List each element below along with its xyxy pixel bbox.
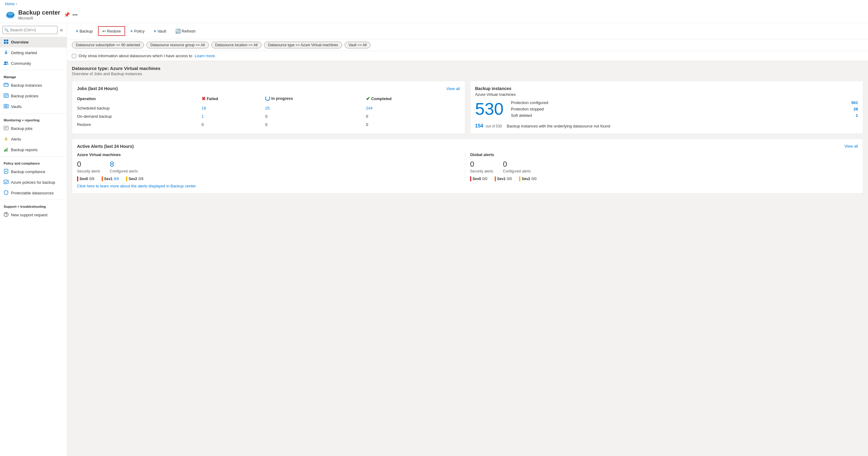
sidebar-item-vaults[interactable]: Vaults bbox=[0, 101, 67, 112]
sidebar-item-label: Azure policies for backup bbox=[11, 180, 55, 185]
filter-chip-location[interactable]: Datasource location == All bbox=[211, 42, 261, 48]
azure-security-label: Security alerts bbox=[77, 169, 100, 173]
svg-point-26 bbox=[6, 140, 6, 140]
sidebar-item-backup-policies[interactable]: Backup policies bbox=[0, 91, 67, 101]
sidebar-item-label: Backup policies bbox=[11, 94, 38, 98]
sidebar-item-label: Getting started bbox=[11, 51, 37, 55]
search-input[interactable] bbox=[2, 26, 58, 34]
learn-more-link[interactable]: Learn more. bbox=[194, 54, 216, 58]
sidebar-item-overview[interactable]: Overview bbox=[0, 37, 67, 47]
sidebar-item-label: New support request bbox=[11, 213, 48, 217]
bi-stat-row-1: Protection configured 501 bbox=[511, 100, 858, 105]
sidebar-item-label: Alerts bbox=[11, 137, 21, 141]
global-security-label: Security alerts bbox=[470, 169, 493, 173]
refresh-button[interactable]: 🔄 Refresh bbox=[172, 27, 200, 36]
sidebar-item-backup-instances[interactable]: Backup instances bbox=[0, 80, 67, 91]
sev0-val-g: 0/0 bbox=[482, 177, 488, 181]
sev2-val-g: 0/0 bbox=[531, 177, 536, 181]
sev1-val-g: 0/0 bbox=[507, 177, 512, 181]
backup-policies-icon bbox=[4, 93, 8, 99]
policy-section-label: Policy and compliance bbox=[0, 158, 67, 166]
col-failed: ✖ Failed bbox=[202, 95, 265, 104]
monitoring-section-label: Monitoring + reporting bbox=[0, 115, 67, 123]
bi-stat-val-2[interactable]: 28 bbox=[854, 107, 858, 111]
access-label: Only show information about datasources … bbox=[79, 54, 216, 58]
inprogress-icon bbox=[265, 96, 270, 101]
breadcrumb-home[interactable]: Home bbox=[5, 2, 14, 6]
row-failed-link[interactable]: 1 bbox=[202, 114, 204, 119]
policy-plus-icon: + bbox=[130, 29, 133, 33]
pin-icon[interactable]: 📌 bbox=[64, 12, 70, 18]
bi-stat-label-1: Protection configured bbox=[511, 100, 548, 105]
alerts-card: Active Alerts (last 24 Hours) View all A… bbox=[72, 139, 863, 193]
sidebar-item-backup-jobs[interactable]: Backup jobs bbox=[0, 123, 67, 134]
row-comp-link[interactable]: 244 bbox=[366, 106, 373, 110]
backup-instances-icon bbox=[4, 83, 8, 88]
jobs-view-all-link[interactable]: View all bbox=[446, 87, 460, 91]
sev1-item-azure: Sev1 8/8 bbox=[102, 176, 119, 181]
access-checkbox[interactable] bbox=[72, 54, 76, 58]
filter-chip-vault[interactable]: Vault == All bbox=[345, 42, 371, 48]
alerts-view-all-link[interactable]: View all bbox=[844, 144, 858, 149]
app-title-group: Backup center Microsoft bbox=[18, 9, 60, 21]
col-completed: ✔ Completed bbox=[366, 95, 460, 104]
sev0-item-azure: Sev0 0/8 bbox=[77, 176, 94, 181]
sidebar-item-community[interactable]: Community bbox=[0, 58, 67, 69]
sidebar-item-alerts[interactable]: Alerts bbox=[0, 134, 67, 144]
backup-button[interactable]: + Backup bbox=[72, 27, 97, 36]
bi-stat-val-3[interactable]: 1 bbox=[856, 113, 858, 118]
col-inprogress: In progress bbox=[265, 95, 366, 104]
sidebar-item-backup-reports[interactable]: Backup reports bbox=[0, 144, 67, 155]
sidebar-item-protectable[interactable]: Protectable datasources bbox=[0, 188, 67, 198]
bi-stat-val-1[interactable]: 501 bbox=[851, 100, 858, 105]
sidebar-item-azure-policies[interactable]: Azure policies for backup bbox=[0, 177, 67, 188]
manage-section-label: Manage bbox=[0, 71, 67, 80]
vault-plus-icon: + bbox=[154, 29, 156, 33]
filter-chip-subscription[interactable]: Datasource subscription == 60 selected bbox=[72, 42, 144, 48]
vault-button[interactable]: + Vault bbox=[150, 27, 170, 36]
svg-rect-6 bbox=[6, 39, 8, 41]
sidebar-item-label: Backup reports bbox=[11, 148, 37, 152]
svg-point-10 bbox=[4, 61, 6, 63]
alerts-learn-more-link[interactable]: Click here to learn more about the alert… bbox=[77, 184, 196, 188]
bi-footer-num[interactable]: 154 bbox=[475, 123, 484, 129]
svg-rect-8 bbox=[6, 42, 8, 44]
backup-jobs-icon bbox=[4, 126, 8, 131]
app-subtitle: Microsoft bbox=[18, 16, 60, 21]
row-ip-link[interactable]: 25 bbox=[265, 106, 270, 110]
sidebar-item-getting-started[interactable]: Getting started bbox=[0, 47, 67, 58]
sev2-item-global: Sev2 0/0 bbox=[519, 176, 536, 181]
row-operation: On-demand backup bbox=[77, 112, 202, 121]
sidebar-item-backup-compliance[interactable]: Backup compliance bbox=[0, 166, 67, 177]
sev1-label-g: Sev1 bbox=[497, 177, 506, 181]
sev0-label: Sev0 bbox=[80, 177, 88, 181]
app-title: Backup center bbox=[18, 9, 60, 16]
sidebar-item-new-support[interactable]: New support request bbox=[0, 209, 67, 220]
sev0-item-global: Sev0 0/0 bbox=[470, 176, 488, 181]
more-icon[interactable]: ••• bbox=[72, 12, 78, 18]
filter-chip-datasource-type[interactable]: Datasource type == Azure Virtual machine… bbox=[264, 42, 342, 48]
sidebar-item-label: Protectable datasources bbox=[11, 191, 54, 195]
filter-chip-resource-group[interactable]: Datasource resource group == All bbox=[147, 42, 209, 48]
bi-total-num[interactable]: 530 bbox=[475, 100, 503, 118]
restore-icon: ↩ bbox=[102, 29, 106, 33]
vaults-icon bbox=[4, 104, 8, 109]
row-failed-link[interactable]: 18 bbox=[202, 106, 206, 110]
table-row: On-demand backup 1 0 0 bbox=[77, 112, 460, 121]
restore-button[interactable]: ↩ Restore bbox=[98, 26, 125, 36]
sev1-bar-g bbox=[495, 176, 496, 181]
alerts-icon bbox=[4, 136, 8, 142]
row-failed-plain: 0 bbox=[202, 122, 204, 127]
svg-point-21 bbox=[6, 106, 6, 106]
collapse-icon[interactable]: « bbox=[59, 26, 64, 34]
svg-point-9 bbox=[5, 52, 7, 53]
svg-rect-27 bbox=[4, 150, 5, 152]
row-operation: Scheduled backup bbox=[77, 104, 202, 112]
bi-stat-row-3: Soft deleted 1 bbox=[511, 113, 858, 118]
sev1-bar bbox=[102, 176, 103, 181]
global-section-title: Global alerts bbox=[470, 153, 853, 157]
bi-stat-row-2: Protection stopped 28 bbox=[511, 107, 858, 111]
app-icon bbox=[5, 9, 16, 21]
policy-button[interactable]: + Policy bbox=[126, 27, 149, 36]
sev2-val: 0/8 bbox=[138, 177, 144, 181]
